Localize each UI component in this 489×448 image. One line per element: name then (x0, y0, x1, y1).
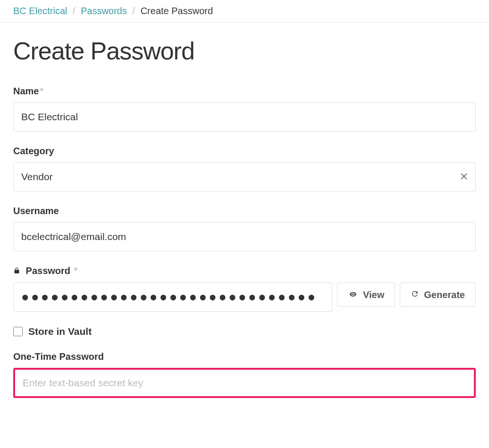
generate-button-label: Generate (424, 290, 465, 300)
breadcrumb-separator: / (73, 6, 76, 16)
otp-highlight (13, 368, 476, 398)
field-group-category: Category (13, 146, 476, 191)
category-select[interactable] (13, 162, 476, 191)
generate-button[interactable]: Generate (400, 282, 476, 307)
eye-icon (348, 290, 358, 300)
view-button-label: View (363, 290, 384, 300)
username-label: Username (13, 206, 476, 216)
breadcrumb-current: Create Password (141, 6, 213, 16)
breadcrumb-link-company[interactable]: BC Electrical (13, 6, 67, 16)
breadcrumb-link-passwords[interactable]: Passwords (81, 6, 127, 16)
otp-input[interactable] (15, 370, 474, 396)
lock-icon (13, 266, 20, 277)
store-vault-label[interactable]: Store in Vault (28, 326, 92, 337)
field-group-name: Name* (13, 86, 476, 132)
field-group-username: Username (13, 206, 476, 251)
refresh-icon (411, 290, 419, 300)
password-label-text: Password (26, 265, 70, 276)
store-vault-row: Store in Vault (13, 326, 476, 337)
breadcrumb: BC Electrical / Passwords / Create Passw… (0, 0, 489, 23)
password-label: Password * (13, 265, 476, 277)
breadcrumb-separator: / (133, 6, 135, 16)
name-label-text: Name (13, 86, 39, 96)
required-indicator: * (74, 265, 78, 276)
clear-icon[interactable] (460, 170, 468, 183)
otp-label: One-Time Password (13, 351, 476, 362)
category-select-wrap (13, 162, 476, 191)
password-input[interactable] (13, 282, 332, 312)
page-title: Create Password (13, 37, 476, 65)
name-input[interactable] (13, 102, 476, 132)
field-group-otp: One-Time Password (13, 351, 476, 398)
name-label: Name* (13, 86, 476, 97)
username-input[interactable] (13, 222, 476, 251)
field-group-password: Password * View Generate (13, 265, 476, 312)
password-row: View Generate (13, 282, 476, 312)
category-label: Category (13, 146, 476, 157)
view-button[interactable]: View (337, 282, 395, 307)
store-vault-checkbox[interactable] (13, 327, 23, 336)
required-indicator: * (40, 86, 43, 96)
